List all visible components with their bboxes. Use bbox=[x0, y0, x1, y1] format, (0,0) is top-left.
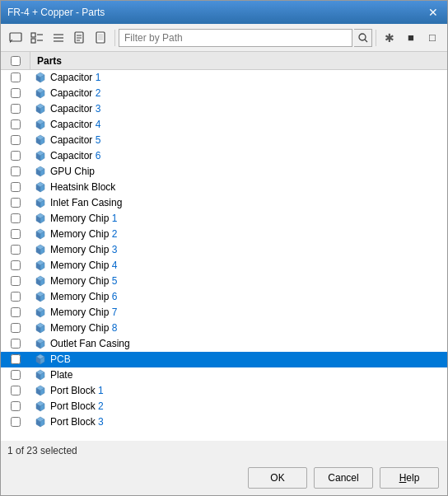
item-checkbox[interactable] bbox=[11, 151, 21, 161]
item-checkbox[interactable] bbox=[11, 245, 21, 255]
list-item[interactable]: Memory Chip 7 bbox=[1, 305, 447, 321]
item-checkbox[interactable] bbox=[11, 370, 21, 380]
list-item[interactable]: Memory Chip 4 bbox=[1, 258, 447, 274]
part-label: PCB bbox=[50, 353, 71, 365]
list-item[interactable]: Memory Chip 6 bbox=[1, 289, 447, 305]
list-item[interactable]: Memory Chip 3 bbox=[1, 242, 447, 258]
list-detail-icon bbox=[30, 31, 44, 44]
part-icon bbox=[34, 337, 47, 350]
part-label: Memory Chip 8 bbox=[50, 322, 117, 334]
asterisk-icon: ✱ bbox=[385, 31, 394, 44]
list-item[interactable]: Inlet Fan Casing bbox=[1, 195, 447, 211]
list-item[interactable]: Capacitor 4 bbox=[1, 117, 447, 133]
part-icon bbox=[34, 212, 47, 225]
list-item[interactable]: Capacitor 5 bbox=[1, 133, 447, 148]
ok-button[interactable]: OK bbox=[248, 467, 307, 489]
item-checkbox[interactable] bbox=[11, 292, 21, 302]
item-checkbox[interactable] bbox=[11, 307, 21, 317]
cancel-button[interactable]: Cancel bbox=[314, 467, 373, 489]
filled-square-icon-button[interactable]: ■ bbox=[401, 28, 421, 48]
part-icon bbox=[34, 306, 47, 319]
part-label: GPU Chip bbox=[50, 166, 95, 177]
part-icon bbox=[34, 259, 47, 272]
svg-line-15 bbox=[365, 40, 367, 42]
doc-icon-button[interactable] bbox=[91, 28, 111, 48]
chat-icon bbox=[9, 31, 22, 44]
item-checkbox[interactable] bbox=[11, 417, 21, 427]
header-parts-col: Parts bbox=[30, 55, 447, 67]
empty-square-icon: □ bbox=[429, 31, 436, 44]
item-checkbox[interactable] bbox=[11, 73, 21, 82]
list-item[interactable]: Capacitor 1 bbox=[1, 70, 447, 86]
part-icon bbox=[34, 87, 47, 100]
list-item[interactable]: Plate bbox=[1, 367, 447, 383]
item-checkbox[interactable] bbox=[11, 88, 21, 98]
item-checkbox[interactable] bbox=[11, 386, 21, 395]
item-checkbox[interactable] bbox=[11, 119, 21, 129]
item-checkbox[interactable] bbox=[11, 229, 21, 239]
part-icon bbox=[34, 368, 47, 381]
item-checkbox[interactable] bbox=[11, 276, 21, 286]
part-icon bbox=[34, 400, 47, 413]
item-checkbox[interactable] bbox=[11, 135, 21, 145]
page-icon-button[interactable] bbox=[70, 28, 90, 48]
part-label: Memory Chip 7 bbox=[50, 306, 117, 318]
part-label: Inlet Fan Casing bbox=[50, 197, 122, 208]
item-checkbox[interactable] bbox=[11, 323, 21, 333]
chat-icon-button[interactable] bbox=[6, 28, 26, 48]
part-icon bbox=[34, 180, 47, 194]
item-checkbox[interactable] bbox=[11, 166, 21, 176]
list-detail-icon-button[interactable] bbox=[27, 28, 47, 48]
empty-square-icon-button[interactable]: □ bbox=[422, 28, 442, 48]
search-icon bbox=[358, 33, 368, 43]
page-icon bbox=[73, 31, 86, 44]
part-label: Memory Chip 4 bbox=[50, 260, 117, 271]
filter-input[interactable] bbox=[119, 29, 352, 47]
parts-list[interactable]: Capacitor 1 Capacitor 2 Capacitor 3 Capa… bbox=[1, 70, 447, 441]
button-bar: OK Cancel Help bbox=[1, 461, 447, 495]
search-button[interactable] bbox=[354, 29, 372, 47]
list-item[interactable]: Memory Chip 5 bbox=[1, 274, 447, 289]
item-checkbox[interactable] bbox=[11, 198, 21, 208]
list-item[interactable]: GPU Chip bbox=[1, 164, 447, 180]
list-icon-button[interactable] bbox=[49, 28, 68, 48]
item-checkbox[interactable] bbox=[11, 213, 21, 223]
list-item[interactable]: Heatsink Block bbox=[1, 180, 447, 195]
close-button[interactable]: ✕ bbox=[426, 5, 441, 20]
help-button[interactable]: Help bbox=[380, 467, 439, 489]
list-item[interactable]: Capacitor 3 bbox=[1, 101, 447, 117]
list-item[interactable]: Capacitor 2 bbox=[1, 86, 447, 101]
item-checkbox[interactable] bbox=[11, 354, 21, 364]
asterisk-icon-button[interactable]: ✱ bbox=[380, 28, 399, 48]
toolbar: ✱ ■ □ bbox=[1, 24, 447, 52]
status-bar: 1 of 23 selected bbox=[1, 441, 447, 461]
header-check-col bbox=[1, 52, 30, 69]
part-icon bbox=[34, 290, 47, 303]
list-item[interactable]: Outlet Fan Casing bbox=[1, 336, 447, 352]
part-label: Memory Chip 3 bbox=[50, 244, 117, 255]
svg-point-14 bbox=[359, 34, 366, 40]
separator-1 bbox=[114, 30, 115, 46]
item-checkbox[interactable] bbox=[11, 104, 21, 114]
item-checkbox[interactable] bbox=[11, 339, 21, 349]
list-item[interactable]: Capacitor 6 bbox=[1, 148, 447, 164]
list-item[interactable]: Port Block 2 bbox=[1, 399, 447, 414]
part-icon bbox=[34, 227, 47, 241]
item-checkbox[interactable] bbox=[11, 182, 21, 192]
status-text: 1 of 23 selected bbox=[7, 445, 77, 456]
list-item[interactable]: Port Block 1 bbox=[1, 383, 447, 399]
part-icon bbox=[34, 196, 47, 209]
svg-rect-3 bbox=[31, 39, 35, 43]
item-checkbox[interactable] bbox=[11, 260, 21, 270]
part-icon bbox=[34, 71, 47, 84]
list-item[interactable]: Memory Chip 2 bbox=[1, 227, 447, 242]
header-checkbox[interactable] bbox=[11, 56, 21, 66]
list-item[interactable]: PCB bbox=[1, 352, 447, 367]
part-icon bbox=[34, 321, 47, 335]
list-item[interactable]: Memory Chip 1 bbox=[1, 211, 447, 227]
list-item[interactable]: Port Block 3 bbox=[1, 414, 447, 430]
part-icon bbox=[34, 165, 47, 178]
part-icon bbox=[34, 274, 47, 288]
list-item[interactable]: Memory Chip 8 bbox=[1, 321, 447, 336]
item-checkbox[interactable] bbox=[11, 401, 21, 411]
